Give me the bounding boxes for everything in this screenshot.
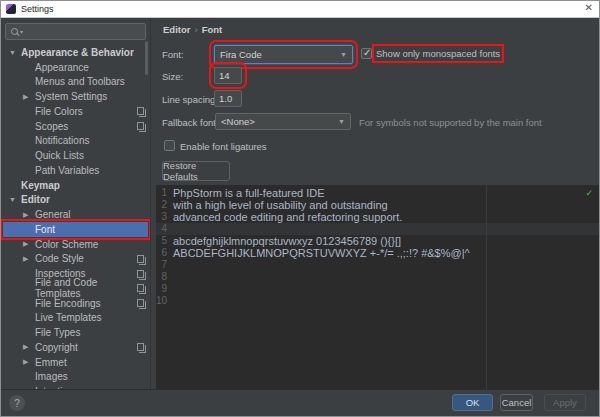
line-text: ABCDEFGHIJKLMNOPQRSTUVWXYZ +-*/= .,;:!? … xyxy=(173,247,470,259)
line-text: abcdefghijklmnopqrstuvwxyz 0123456789 ()… xyxy=(173,235,401,247)
sidebar-item-emmet[interactable]: ▶Emmet xyxy=(3,355,148,370)
shared-settings-icon xyxy=(137,255,144,263)
ligatures-label[interactable]: Enable font ligatures xyxy=(180,141,267,152)
shared-settings-icon xyxy=(137,122,144,130)
sidebar-item-quick-lists[interactable]: Quick Lists xyxy=(3,148,148,163)
sidebar-item-images[interactable]: Images xyxy=(3,370,148,385)
sidebar-item-appearance[interactable]: Appearance xyxy=(3,60,148,75)
sidebar-item-file-colors[interactable]: File Colors xyxy=(3,104,148,119)
sidebar-item-label: Keymap xyxy=(21,180,60,191)
line-spacing-field[interactable]: 1.0 xyxy=(214,90,242,107)
font-label: Font: xyxy=(162,49,184,60)
search-input[interactable]: ▾ xyxy=(5,23,146,40)
dialog-footer: ? OK Cancel Apply xyxy=(1,389,599,416)
chevron-right-icon[interactable]: ▶ xyxy=(23,211,35,219)
sidebar-item-label: Scopes xyxy=(35,121,68,132)
chevron-right-icon[interactable]: ▶ xyxy=(23,240,35,248)
sidebar-item-keymap[interactable]: Keymap xyxy=(3,178,148,193)
chevron-right-icon[interactable]: ▶ xyxy=(23,343,35,351)
line-number: 5 xyxy=(156,235,167,247)
sidebar-item-label: Emmet xyxy=(35,357,67,368)
ligatures-checkbox[interactable] xyxy=(164,140,175,151)
sidebar-item-appearance-behavior[interactable]: ▼Appearance & Behavior xyxy=(3,45,148,60)
preview-line: 2with a high level of usability and outs… xyxy=(156,199,600,211)
sidebar-item-system-settings[interactable]: ▶System Settings xyxy=(3,89,148,104)
close-icon[interactable]: ✕ xyxy=(585,2,593,13)
line-number: 2 xyxy=(156,199,167,211)
preview-line: 7 xyxy=(156,259,600,271)
sidebar-item-scopes[interactable]: Scopes xyxy=(3,119,148,134)
preview-line: 3advanced code editing and refactoring s… xyxy=(156,211,600,223)
size-value: 14 xyxy=(219,70,230,81)
preview-line: 5abcdefghijklmnopqrstuvwxyz 0123456789 (… xyxy=(156,235,600,247)
preview-line: 8 xyxy=(156,271,600,283)
phpstorm-app-icon xyxy=(6,4,16,14)
ok-button[interactable]: OK xyxy=(452,394,493,411)
fallback-font-select[interactable]: <None> ▼ xyxy=(215,113,351,130)
sidebar-scrollbar[interactable] xyxy=(145,41,148,75)
sidebar-item-label: Editor xyxy=(21,194,50,205)
font-family-select[interactable]: Fira Code ▼ xyxy=(214,45,353,64)
sidebar-item-code-style[interactable]: ▶Code Style xyxy=(3,252,148,267)
shared-settings-icon xyxy=(137,270,144,278)
sidebar-item-label: General xyxy=(35,209,71,220)
line-text: advanced code editing and refactoring su… xyxy=(173,211,402,223)
sidebar-item-label: Live Templates xyxy=(35,312,102,323)
fallback-font-label: Fallback font: xyxy=(162,117,219,128)
sidebar-item-label: Quick Lists xyxy=(35,150,84,161)
shared-settings-icon xyxy=(137,107,144,115)
sidebar-item-live-templates[interactable]: Live Templates xyxy=(3,311,148,326)
monospaced-label[interactable]: Show only monospaced fonts xyxy=(376,48,500,59)
line-number: 4 xyxy=(156,223,167,235)
cancel-button[interactable]: Cancel xyxy=(500,394,533,411)
chevron-right-icon[interactable]: ▶ xyxy=(23,93,35,101)
line-spacing-value: 1.0 xyxy=(219,93,232,104)
line-spacing-label: Line spacing: xyxy=(162,94,218,105)
settings-dialog: Settings ✕ ▾ ▼Appearance & BehaviorAppea… xyxy=(0,0,600,417)
chevron-down-icon: ▼ xyxy=(338,118,345,125)
search-options-caret-icon: ▾ xyxy=(20,28,23,35)
sidebar-item-label: Images xyxy=(35,371,68,382)
chevron-right-icon[interactable]: ▶ xyxy=(23,358,35,366)
sidebar-item-file-and-code-templates[interactable]: File and Code Templates xyxy=(3,281,148,296)
sidebar-item-file-types[interactable]: File Types xyxy=(3,325,148,340)
search-icon xyxy=(11,28,18,35)
sidebar-item-label: Color Scheme xyxy=(35,239,98,250)
size-field[interactable]: 14 xyxy=(214,67,242,84)
breadcrumb-parent[interactable]: Editor xyxy=(163,24,190,35)
sidebar-item-font[interactable]: Font xyxy=(3,222,148,237)
sidebar-item-label: Code Style xyxy=(35,253,84,264)
monospaced-checkbox[interactable] xyxy=(361,48,372,59)
sidebar-item-label: Appearance & Behavior xyxy=(21,47,134,58)
sidebar-item-menus-and-toolbars[interactable]: Menus and Toolbars xyxy=(3,75,148,90)
chevron-down-icon[interactable]: ▼ xyxy=(9,196,21,203)
sidebar-item-label: Copyright xyxy=(35,342,78,353)
font-preview-editor[interactable]: 1PhpStorm is a full-featured IDE2with a … xyxy=(156,185,600,391)
sidebar-item-path-variables[interactable]: Path Variables xyxy=(3,163,148,178)
line-number: 10 xyxy=(156,295,167,307)
sidebar-item-label: Appearance xyxy=(35,62,89,73)
chevron-down-icon: ▼ xyxy=(340,51,347,58)
preview-line: 6ABCDEFGHIJKLMNOPQRSTUVWXYZ +-*/= .,;:!?… xyxy=(156,247,600,259)
sidebar-item-label: Menus and Toolbars xyxy=(35,76,125,87)
apply-button: Apply xyxy=(544,394,586,411)
preview-line: 4 xyxy=(156,223,600,235)
help-button[interactable]: ? xyxy=(9,395,25,411)
sidebar-item-general[interactable]: ▶General xyxy=(3,207,148,222)
sidebar-item-color-scheme[interactable]: ▶Color Scheme xyxy=(3,237,148,252)
fallback-hint: For symbols not supported by the main fo… xyxy=(359,117,542,128)
chevron-down-icon[interactable]: ▼ xyxy=(9,49,21,56)
sidebar-item-editor[interactable]: ▼Editor xyxy=(3,193,148,208)
sidebar-item-notifications[interactable]: Notifications xyxy=(3,134,148,149)
preview-lines: 1PhpStorm is a full-featured IDE2with a … xyxy=(156,187,600,307)
line-number: 9 xyxy=(156,283,167,295)
title-bar: Settings ✕ xyxy=(1,1,599,18)
shared-settings-icon xyxy=(137,284,144,292)
restore-defaults-button[interactable]: Restore Defaults xyxy=(162,161,230,181)
chevron-right-icon[interactable]: ▶ xyxy=(23,255,35,263)
line-number: 1 xyxy=(156,187,167,199)
preview-line: 10 xyxy=(156,295,600,307)
fallback-font-value: <None> xyxy=(221,116,255,127)
sidebar-item-label: File Encodings xyxy=(35,298,101,309)
sidebar-item-copyright[interactable]: ▶Copyright xyxy=(3,340,148,355)
